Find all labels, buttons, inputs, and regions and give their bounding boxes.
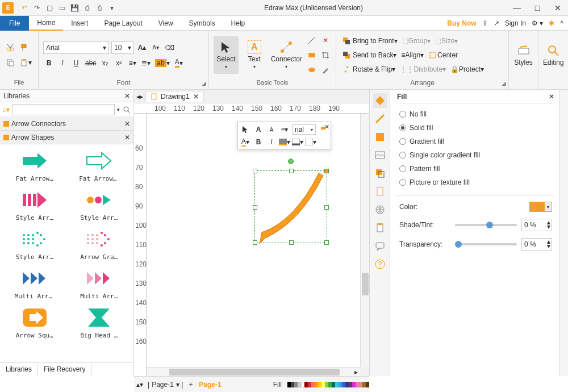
fill-close-button[interactable]: ✕ [549,93,554,101]
center-button[interactable]: Center [427,49,459,61]
horizontal-scrollbar[interactable]: ▸ [147,367,360,376]
rotate-flip-button[interactable]: Rotate & Flip ▾ [341,64,396,75]
bold-button[interactable]: B [43,57,55,69]
size-button[interactable]: ⬚ Size ▾ [434,35,459,47]
shape-item[interactable]: Style Arr… [3,187,66,222]
color-palette-strip[interactable] [287,382,369,387]
bullet-list-button[interactable]: ≡▾ [127,57,138,69]
underline-button[interactable]: U [70,57,82,69]
copy-button[interactable] [5,57,16,68]
color-picker[interactable]: ▾ [529,202,552,212]
distribute-button[interactable]: ⋮⋮ Distribute ▾ [399,64,447,75]
shrink-font-button[interactable]: A▾ [150,42,161,53]
tab-symbols[interactable]: Symbols [181,16,223,31]
library-search-dropdown[interactable]: ▾ [117,107,120,112]
close-category-icon[interactable]: ✕ [124,120,130,128]
tab-file-recovery[interactable]: File Recovery [38,363,91,376]
redo-button[interactable]: ↷ [32,3,42,13]
canvas[interactable]: ✕ A A ≡▾ rial▾ A▾ B I ▾ ▾ ▾ [147,114,360,367]
fill-option-pattern[interactable]: Pattern fill [399,165,552,173]
library-home-icon[interactable]: ⌂▾ [2,106,10,114]
rotation-handle[interactable] [288,159,294,164]
print-button[interactable]: ⎙ [94,3,105,13]
connector-tool-button[interactable]: Connector▾ [270,36,303,74]
float-quick-style[interactable]: ▾ [305,136,316,148]
arrange-dialog-launcher[interactable]: ◢ [502,80,506,86]
float-fill-color[interactable]: ▾ [279,136,290,148]
align-button[interactable]: ≡ Align ▾ [400,49,425,61]
maximize-button[interactable]: □ [527,0,548,16]
float-bold[interactable]: B [253,136,264,148]
delete-button[interactable]: ✕ [320,35,331,46]
subscript-button[interactable]: x₂ [99,57,111,69]
layer-tab-icon[interactable] [373,166,387,181]
new-button[interactable]: ▢ [44,3,55,13]
shadow-tab-icon[interactable] [373,130,387,144]
float-font-combo[interactable]: rial▾ [292,124,316,135]
highlight-button[interactable]: ab▾ [154,57,170,69]
line-tool-button[interactable] [306,35,318,46]
cut-button[interactable] [5,42,16,53]
fill-tab-icon[interactable] [373,93,387,108]
vertical-scroll-thumb[interactable] [362,273,369,295]
doc-tab-nav[interactable]: ◂▸ [136,93,143,101]
libraries-close-button[interactable]: ✕ [124,92,130,100]
tab-home[interactable]: Home [29,16,63,31]
gear-icon[interactable]: ⚙ ▾ [532,19,543,27]
close-tab-icon[interactable]: ✕ [193,93,199,101]
share-icon[interactable]: ↗ [494,19,499,27]
fill-option-none[interactable]: No fill [399,110,552,118]
horizontal-scroll-thumb[interactable] [169,369,340,376]
font-color-button[interactable]: A▾ [173,57,185,69]
bring-front-button[interactable]: Bring to Front ▾ [341,35,399,47]
float-close-icon[interactable]: ✕ [324,123,329,131]
text-tool-button[interactable]: AText▾ [242,36,267,74]
crop-button[interactable] [320,49,331,61]
float-shrink-font[interactable]: A [266,124,277,135]
shape-item[interactable]: Multi Arr… [68,265,131,300]
shade-slider[interactable] [455,224,517,226]
italic-button[interactable]: I [57,57,68,69]
collapse-ribbon-icon[interactable]: ^ [560,19,563,27]
float-font-color[interactable]: A▾ [240,136,251,148]
export-icon[interactable]: ⇪ [482,19,488,27]
trans-spin[interactable]: 0 %▴▾ [521,238,552,251]
shape-item[interactable]: Style Arr… [68,187,131,222]
fill-option-single-gradient[interactable]: Single color gradient fill [399,151,552,159]
page-tab-dropdown[interactable]: | Page-1 ▾ | [143,380,187,390]
send-back-button[interactable]: Send to Back ▾ [341,49,398,61]
library-category-arrow-connectors[interactable]: Arrow Connectors✕ [0,117,133,131]
selection-box[interactable] [254,170,327,243]
fill-option-texture[interactable]: Picture or texture fill [399,178,552,186]
font-dialog-launcher[interactable]: ◢ [202,80,206,86]
number-list-button[interactable]: ≣▾ [140,57,152,69]
format-painter-button[interactable] [18,42,30,53]
library-category-arrow-shapes[interactable]: Arrow Shapes✕ [0,131,133,144]
eyedropper-button[interactable] [320,64,331,76]
group-button[interactable]: ⬚ Group ▾ [401,35,432,47]
help-tab-icon[interactable]: ? [373,257,387,272]
shape-item[interactable]: Fat Arrow 2 [68,148,131,182]
save-button[interactable]: 💾 [69,3,80,13]
fill-scrollbar[interactable] [559,90,568,376]
page-tab-icon[interactable] [373,184,387,199]
trans-slider[interactable] [455,243,517,245]
protect-button[interactable]: 🔒 Protect ▾ [449,64,485,75]
search-icon[interactable] [122,105,131,114]
float-italic[interactable]: I [266,136,277,148]
fill-option-solid[interactable]: Solid fill [399,124,552,132]
open-button[interactable]: ▭ [57,3,67,13]
shape-item[interactable]: Big Head … [68,305,131,339]
sign-in-link[interactable]: Sign In [505,19,526,27]
scroll-right-icon[interactable]: ▸ [352,368,360,376]
undo-button[interactable]: ↶ [19,3,30,13]
close-button[interactable]: ✕ [548,0,568,16]
float-line-color[interactable]: ▾ [292,136,303,148]
clear-format-button[interactable]: ⌫ [164,42,176,53]
buy-now-link[interactable]: Buy Now [447,19,476,27]
tab-libraries[interactable]: Libraries [0,363,38,376]
tab-file[interactable]: File [0,16,29,31]
clipboard-tab-icon[interactable] [373,220,387,235]
picture-tab-icon[interactable] [373,148,387,162]
select-tool-button[interactable]: Select▾ [214,36,239,74]
